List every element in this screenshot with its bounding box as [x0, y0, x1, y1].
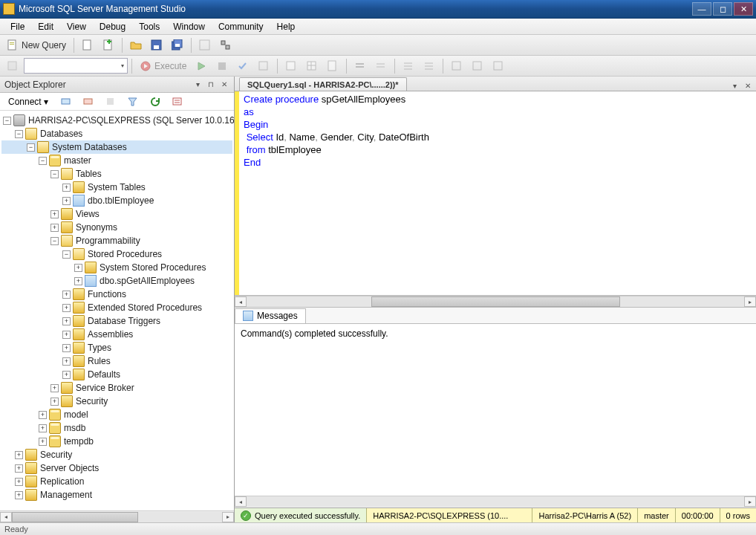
- menu-help[interactable]: Help: [271, 20, 302, 33]
- tree-system-databases[interactable]: −System Databases: [1, 140, 232, 154]
- tree-programmability[interactable]: −Programmability: [1, 234, 232, 247]
- tree-security-db[interactable]: +Security: [1, 395, 232, 408]
- connection-button[interactable]: [3, 58, 22, 74]
- connect-button[interactable]: Connect ▾: [3, 94, 53, 109]
- tree-types[interactable]: +Types: [1, 341, 232, 354]
- document-tab[interactable]: SQLQuery1.sql - HARRISA2-PC\......2))*: [239, 77, 407, 91]
- menu-file[interactable]: File: [4, 20, 30, 33]
- menu-debug[interactable]: Debug: [94, 20, 131, 33]
- estimated-plan-button[interactable]: [254, 58, 273, 74]
- tree-database-triggers[interactable]: +Database Triggers: [1, 314, 232, 328]
- connect-oe-button[interactable]: [56, 94, 76, 110]
- tree-ext-stored-procedures[interactable]: +Extended Stored Procedures: [1, 301, 232, 314]
- scroll-right-icon[interactable]: ▸: [744, 296, 756, 307]
- include-stats-button[interactable]: [489, 58, 508, 74]
- tree-assemblies[interactable]: +Assemblies: [1, 328, 232, 341]
- menu-tools[interactable]: Tools: [133, 20, 166, 33]
- tree-system-tables[interactable]: +System Tables: [1, 181, 232, 194]
- svg-rect-29: [473, 62, 481, 70]
- tab-list-icon[interactable]: ▾: [729, 80, 740, 91]
- refresh-oe-button[interactable]: [146, 94, 165, 110]
- disconnect-oe-button[interactable]: [79, 94, 98, 110]
- database-combo[interactable]: ▾: [24, 58, 128, 74]
- parse-button[interactable]: [233, 58, 252, 74]
- new-project-button[interactable]: [78, 37, 97, 54]
- scroll-left-icon[interactable]: ◂: [235, 296, 247, 307]
- tree-tempdb[interactable]: +tempdb: [1, 435, 232, 448]
- dropdown-icon[interactable]: ▾: [192, 80, 203, 90]
- stop-button[interactable]: [212, 58, 232, 74]
- execute-button[interactable]: Execute: [136, 58, 190, 74]
- editor-scrollbar[interactable]: ◂ ▸: [235, 296, 756, 308]
- tree-msdb[interactable]: +msdb: [1, 421, 232, 435]
- debug-button[interactable]: [192, 58, 211, 74]
- tab-close-icon[interactable]: ✕: [743, 80, 753, 91]
- messages-pane[interactable]: Command(s) completed successfully.: [235, 324, 756, 496]
- filter-oe-button[interactable]: [123, 94, 143, 110]
- scroll-right-icon[interactable]: ▸: [222, 512, 234, 522]
- connect-icon: [60, 96, 72, 108]
- minimize-button[interactable]: —: [692, 2, 711, 16]
- menu-window[interactable]: Window: [167, 20, 211, 33]
- tree-server-root[interactable]: −HARRISA2-PC\SQLEXPRESS (SQL Server 10.0…: [1, 114, 232, 127]
- maximize-button[interactable]: ◻: [713, 2, 732, 16]
- activity-button[interactable]: [195, 37, 215, 54]
- tree-rules[interactable]: +Rules: [1, 354, 232, 368]
- results-text-button[interactable]: [281, 58, 301, 74]
- tree-service-broker[interactable]: +Service Broker: [1, 381, 232, 395]
- menu-view[interactable]: View: [61, 20, 92, 33]
- tree-defaults[interactable]: +Defaults: [1, 368, 232, 381]
- pin-icon[interactable]: ⊓: [206, 80, 216, 90]
- results-file-button[interactable]: [323, 58, 342, 74]
- menu-edit[interactable]: Edit: [32, 20, 59, 33]
- scroll-left-icon[interactable]: ◂: [0, 512, 12, 522]
- tree-server-objects[interactable]: +Server Objects: [1, 461, 232, 475]
- tree-synonyms[interactable]: +Synonyms: [1, 221, 232, 234]
- save-button[interactable]: [147, 37, 166, 54]
- new-file-button[interactable]: [99, 37, 118, 54]
- indent-button[interactable]: [399, 58, 418, 74]
- scroll-right-icon[interactable]: ▸: [744, 496, 756, 507]
- tree-model[interactable]: +model: [1, 408, 232, 421]
- tree-replication[interactable]: +Replication: [1, 475, 232, 488]
- close-panel-icon[interactable]: ✕: [219, 80, 229, 90]
- new-query-button[interactable]: New Query: [3, 37, 70, 54]
- tree-master[interactable]: −master: [1, 154, 232, 167]
- tree-tables[interactable]: −Tables: [1, 167, 232, 181]
- object-explorer-tree[interactable]: −HARRISA2-PC\SQLEXPRESS (SQL Server 10.0…: [0, 111, 234, 510]
- tree-management[interactable]: +Management: [1, 488, 232, 502]
- outdent-button[interactable]: [420, 58, 439, 74]
- tree-system-stored-procedures[interactable]: +System Stored Procedures: [1, 261, 232, 274]
- scroll-left-icon[interactable]: ◂: [235, 496, 247, 507]
- uncomment-button[interactable]: [371, 58, 391, 74]
- scroll-thumb[interactable]: [371, 296, 620, 307]
- messages-scrollbar[interactable]: ◂ ▸: [235, 496, 756, 508]
- tree-views[interactable]: +Views: [1, 207, 232, 221]
- comment-button[interactable]: [351, 58, 370, 74]
- messages-tab[interactable]: Messages: [235, 308, 306, 323]
- include-plan-button[interactable]: [468, 58, 487, 74]
- stop-oe-button[interactable]: [101, 94, 120, 110]
- open-button[interactable]: [126, 37, 146, 54]
- specify-values-button[interactable]: [447, 58, 466, 74]
- sidebar-scrollbar[interactable]: ◂ ▸: [0, 510, 234, 522]
- tree-stored-procedures[interactable]: −Stored Procedures: [1, 247, 232, 261]
- scroll-thumb[interactable]: [12, 512, 138, 522]
- menu-community[interactable]: Community: [212, 20, 270, 33]
- close-button[interactable]: ✕: [734, 2, 753, 16]
- window-buttons: — ◻ ✕: [692, 2, 753, 16]
- registered-servers-button[interactable]: [216, 37, 235, 54]
- save-all-button[interactable]: [168, 37, 187, 54]
- tree-databases[interactable]: −Databases: [1, 127, 232, 140]
- comment-icon: [354, 60, 366, 72]
- indent-icon: [403, 60, 414, 72]
- code-editor[interactable]: Create procedure spGetAllEmployeesasBegi…: [235, 91, 756, 296]
- code-content[interactable]: Create procedure spGetAllEmployeesasBegi…: [239, 91, 434, 295]
- tree-security[interactable]: +Security: [1, 448, 232, 461]
- options-oe-button[interactable]: [168, 94, 187, 110]
- svg-rect-23: [328, 61, 336, 71]
- tree-spgetallemployees[interactable]: +dbo.spGetAllEmployees: [1, 274, 232, 288]
- results-grid-button[interactable]: [302, 58, 322, 74]
- tree-tblemployee[interactable]: +dbo.tblEmployee: [1, 194, 232, 207]
- tree-functions[interactable]: +Functions: [1, 288, 232, 301]
